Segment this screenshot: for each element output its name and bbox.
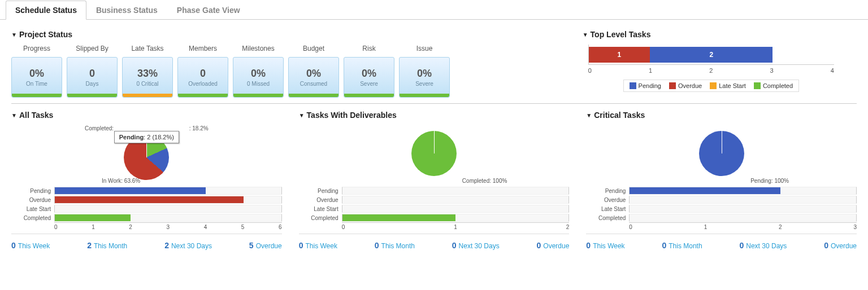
caret-down-icon: ▼	[299, 112, 305, 118]
summary-link[interactable]: Overdue	[543, 242, 569, 250]
legend-late-start: Late Start	[710, 82, 746, 89]
bar-label: Overdue	[11, 197, 54, 203]
status-card[interactable]: 0% On Time	[11, 57, 62, 98]
bar-track	[629, 214, 857, 222]
panel-header-project-status[interactable]: ▼ Project Status	[11, 30, 560, 39]
bar-fill[interactable]	[55, 196, 244, 203]
card-sub: Severe	[360, 81, 378, 87]
all-tasks-bars: Pending Overdue Late Start Completed 012…	[11, 186, 282, 230]
summary-link[interactable]: This Month	[669, 242, 702, 250]
card-label: Members	[189, 45, 217, 52]
panel-title: Top Level Tasks	[591, 30, 651, 39]
bar-label: Pending	[299, 188, 342, 194]
bar-fill[interactable]	[630, 187, 780, 194]
tab-phase-gate-view[interactable]: Phase Gate View	[167, 1, 250, 20]
top-level-tasks-bar: 12	[588, 45, 834, 65]
summary-link[interactable]: This Week	[305, 242, 337, 250]
card-label: Milestones	[242, 45, 274, 52]
bar-track	[54, 187, 282, 195]
status-card[interactable]: 33% 0 Critical	[122, 57, 173, 98]
summary-count: 2	[164, 241, 169, 250]
bar-track	[54, 214, 282, 222]
panel-header-top-level-tasks[interactable]: ▼ Top Level Tasks	[583, 30, 857, 39]
card-value: 0%	[362, 68, 376, 80]
caret-down-icon: ▼	[11, 112, 17, 118]
summary-link[interactable]: Overdue	[831, 242, 857, 250]
bar-label: Completed	[11, 215, 54, 221]
summary-count: 0	[375, 241, 379, 250]
status-card[interactable]: 0% Severe	[344, 57, 394, 98]
summary-count: 2	[87, 241, 92, 250]
pie-label-pending-suffix: : 18.2%	[189, 125, 209, 131]
summary-count: 0	[739, 241, 744, 250]
summary-link[interactable]: This Month	[381, 242, 415, 250]
card-label: Late Tasks	[131, 45, 163, 52]
status-card[interactable]: 0% Severe	[399, 57, 450, 98]
bar-label: Overdue	[586, 197, 629, 203]
bar-track	[342, 205, 570, 213]
bar-fill[interactable]	[55, 214, 131, 221]
bar-fill[interactable]	[55, 187, 206, 194]
summary-link[interactable]: This Week	[593, 242, 624, 250]
card-label: Budget	[303, 45, 324, 52]
summary-link[interactable]: Next 30 Days	[459, 242, 500, 250]
card-sub: 0 Critical	[137, 81, 159, 87]
pie-label-inwork: In Work: 63.6%	[102, 178, 140, 184]
pie-label-completed: Completed: 100%	[462, 178, 507, 184]
pie-tooltip: Pending: 2 (18.2%)	[114, 131, 179, 143]
top-level-tasks-legend: Pending Overdue Late Start Completed	[623, 80, 799, 92]
card-label: Slipped By	[76, 45, 108, 52]
summary-link[interactable]: Next 30 Days	[746, 242, 787, 250]
summary-link[interactable]: Overdue	[256, 242, 282, 250]
summary-count: 0	[586, 241, 591, 250]
status-card[interactable]: 0% 0 Missed	[233, 57, 284, 98]
panel-header-tasks-deliverables[interactable]: ▼ Tasks With Deliverables	[299, 111, 570, 120]
card-sub: Severe	[415, 81, 433, 87]
tlt-segment[interactable]: 2	[650, 47, 772, 63]
tab-business-status[interactable]: Business Status	[86, 1, 167, 20]
legend-overdue: Overdue	[669, 82, 702, 89]
card-value: 0%	[29, 68, 44, 80]
bar-label: Completed	[299, 215, 342, 221]
bar-track	[342, 214, 570, 222]
tab-schedule-status[interactable]: Schedule Status	[6, 1, 86, 20]
bar-track	[629, 187, 857, 195]
summary-link[interactable]: This Week	[18, 242, 50, 250]
summary-count: 0	[11, 241, 16, 250]
summary-link[interactable]: Next 30 Days	[171, 242, 212, 250]
summary-count: 0	[824, 241, 828, 250]
bar-fill[interactable]	[342, 214, 455, 221]
card-sub: 0 Missed	[247, 81, 270, 87]
status-card[interactable]: 0 Overloaded	[177, 57, 228, 98]
tab-bar: Schedule Status Business Status Phase Ga…	[0, 0, 868, 20]
summary-link[interactable]: This Month	[94, 242, 127, 250]
status-card[interactable]: 0% Consumed	[288, 57, 339, 98]
pie-label-completed: Completed:	[85, 125, 114, 131]
panel-header-all-tasks[interactable]: ▼ All Tasks	[11, 111, 282, 120]
card-value: 0%	[251, 68, 266, 80]
critical-pie: Pending: 100%	[586, 125, 857, 182]
card-sub: Days	[86, 81, 99, 87]
tlt-segment[interactable]: 1	[589, 47, 650, 63]
panel-title: Critical Tasks	[594, 111, 645, 120]
card-sub: Consumed	[300, 81, 327, 87]
card-value: 0	[89, 68, 95, 80]
caret-down-icon: ▼	[583, 32, 588, 38]
bar-track	[342, 196, 570, 204]
bar-label: Late Start	[586, 206, 629, 212]
critical-summary: 0 This Week0 This Month0 Next 30 Days0 O…	[586, 241, 857, 250]
panel-header-critical-tasks[interactable]: ▼ Critical Tasks	[586, 111, 857, 120]
card-sub: On Time	[26, 81, 47, 87]
bar-track	[342, 187, 570, 195]
bar-label: Late Start	[11, 206, 54, 212]
summary-count: 0	[299, 241, 303, 250]
card-value: 0	[200, 68, 206, 80]
deliverables-summary: 0 This Week0 This Month0 Next 30 Days0 O…	[299, 241, 570, 250]
status-cards: Progress 0% On Time Slipped By 0 Days La…	[11, 45, 560, 98]
bar-track	[629, 196, 857, 204]
card-label: Risk	[362, 45, 375, 52]
bar-track	[54, 196, 282, 204]
deliverables-pie: Completed: 100%	[299, 125, 570, 182]
card-label: Issue	[416, 45, 433, 52]
status-card[interactable]: 0 Days	[67, 57, 118, 98]
